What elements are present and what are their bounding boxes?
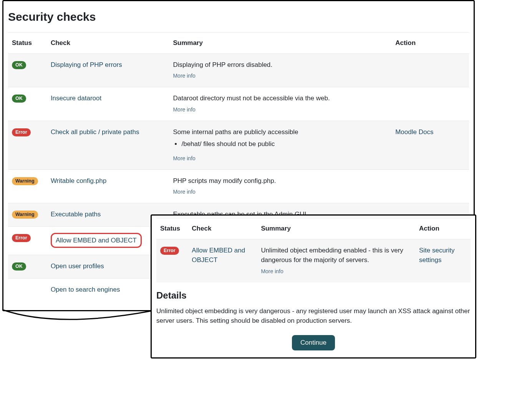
table-row: OK Insecure dataroot Dataroot directory … [8,87,469,121]
check-link[interactable]: Allow EMBED and OBJECT [56,237,137,244]
table-row: Error Check all public / private paths S… [8,121,469,169]
check-link[interactable]: Open user profiles [51,262,104,270]
table-row: Warning Writable config.php PHP scripts … [8,169,469,203]
status-badge: OK [12,262,26,271]
action-link[interactable]: Site security settings [419,247,455,264]
col-header-status: Status [8,33,47,54]
check-link[interactable]: Executable paths [51,211,101,218]
continue-button[interactable]: Continue [292,335,335,350]
col-header-action: Action [391,33,469,54]
status-badge: Warning [12,177,38,185]
summary-text: Some internal paths are publicly accessi… [173,128,298,136]
col-header-action: Action [415,218,471,239]
more-info-link[interactable]: More info [261,267,411,276]
status-badge: Error [160,247,179,255]
status-badge: Warning [12,211,38,219]
table-row: OK Displaying of PHP errors Displaying o… [8,53,469,87]
list-item: /behat/ files should not be public [181,139,388,149]
check-link[interactable]: Allow EMBED and OBJECT [192,247,245,264]
status-badge: OK [12,61,26,69]
col-header-summary: Summary [257,218,415,239]
check-link[interactable]: Open to search engines [51,286,120,293]
page-title: Security checks [8,8,469,25]
status-badge: Error [12,234,31,242]
more-info-link[interactable]: More info [173,154,388,163]
col-header-status: Status [156,218,188,239]
summary-bullets: /behat/ files should not be public [173,139,388,149]
col-header-check: Check [188,218,257,239]
check-link[interactable]: Check all public / private paths [51,128,139,136]
summary-text: PHP scripts may modify config.php. [173,177,276,184]
summary-text: Displaying of PHP errors disabled. [173,61,272,68]
more-info-link[interactable]: More info [173,106,388,114]
details-heading: Details [156,289,471,302]
summary-text: Dataroot directory must not be accessibl… [173,95,330,102]
more-info-link[interactable]: More info [173,72,388,80]
detail-table: Status Check Summary Action Error Allow … [156,218,471,282]
more-info-link[interactable]: More info [173,188,388,196]
status-badge: OK [12,95,26,103]
status-badge: Error [12,128,31,136]
check-link[interactable]: Writable config.php [51,177,106,184]
summary-text: Unlimited object embedding enabled - thi… [261,247,403,264]
table-row: Error Allow EMBED and OBJECT Unlimited o… [156,239,471,282]
check-link[interactable]: Insecure dataroot [51,95,101,102]
action-link[interactable]: Moodle Docs [395,128,433,136]
callout-connector-icon [0,296,154,330]
details-body: Unlimited object embedding is very dange… [156,306,471,326]
check-link[interactable]: Displaying of PHP errors [51,61,122,68]
col-header-summary: Summary [169,33,391,54]
highlighted-check: Allow EMBED and OBJECT [51,233,142,248]
col-header-check: Check [47,33,169,54]
check-detail-panel: Status Check Summary Action Error Allow … [151,214,476,359]
